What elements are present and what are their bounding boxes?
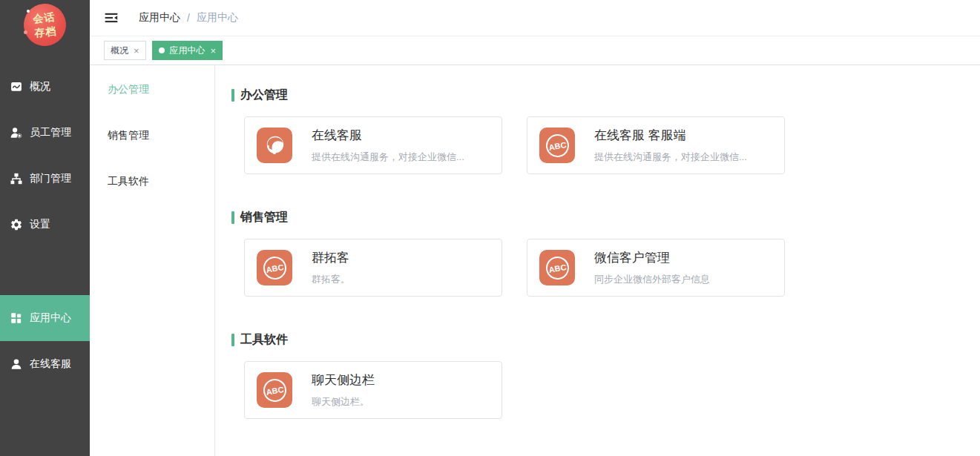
section-title-text: 工具软件 [240,332,288,348]
app-description: 群拓客。 [312,273,350,286]
sidebar-item-label: 在线客服 [30,357,71,371]
submenu-item-label: 办公管理 [108,83,149,96]
breadcrumb-level1[interactable]: 应用中心 [139,11,180,24]
app-name: 微信客户管理 [594,249,710,266]
apps-grid-icon [10,311,23,325]
sidebar-item-label: 员工管理 [30,126,71,139]
card-text: 聊天侧边栏 聊天侧边栏。 [312,371,375,409]
breadcrumb-level2: 应用中心 [197,11,238,24]
section-title-text: 销售管理 [240,210,288,225]
app-card-chat-sidebar[interactable]: ABC 聊天侧边栏 聊天侧边栏。 [244,361,502,419]
tab-label: 应用中心 [170,44,205,57]
tab-close-icon[interactable]: × [134,46,139,56]
submenu-item-office[interactable]: 办公管理 [90,67,214,113]
logo-circle: 会话 存档 [22,1,68,48]
app-card-online-service-agent[interactable]: ABC 在线客服 客服端 提供在线沟通服务，对接企业微信... [527,116,785,174]
section-sales: 销售管理 ABC 群拓客 群拓客。 [231,210,965,297]
abc-badge-icon: ABC [539,128,575,163]
card-text: 微信客户管理 同步企业微信外部客户信息 [594,249,710,286]
section-title: 销售管理 [231,210,965,225]
tab-close-icon[interactable]: × [211,46,217,56]
section-accent-bar [231,334,234,346]
sidebar: 会话 存档 概况 [0,0,90,456]
tab-overview[interactable]: 概况 × [104,41,146,60]
sidebar-collapse-button[interactable] [90,10,129,25]
app-name: 在线客服 客服端 [594,127,747,144]
section-title-text: 办公管理 [240,87,288,103]
sidebar-spacer [0,248,90,295]
top-navbar: 应用中心 / 应用中心 [90,0,980,36]
sidebar-item-settings[interactable]: 设置 [0,202,90,248]
main-column: 应用中心 / 应用中心 概况 × 应用中心 × 办公管理 [90,0,980,456]
card-row: ABC 群拓客 群拓客。 ABC 微信客 [244,239,965,297]
app-logo: 会话 存档 [0,0,90,64]
breadcrumb: 应用中心 / 应用中心 [139,11,238,24]
card-row: ABC 聊天侧边栏 聊天侧边栏。 [244,361,965,419]
app-description: 提供在线沟通服务，对接企业微信... [594,151,747,164]
app-card-group-customer[interactable]: ABC 群拓客 群拓客。 [244,239,502,297]
logo-sparkle-dot [24,30,27,34]
employee-icon [10,126,23,139]
logo-text-line2: 存档 [34,24,58,39]
submenu-item-label: 销售管理 [108,129,149,142]
tab-label: 概况 [111,44,128,57]
card-text: 群拓客 群拓客。 [312,249,350,286]
app-center-content: 办公管理 [215,65,980,456]
sidebar-item-label: 设置 [30,218,50,231]
tab-app-center[interactable]: 应用中心 × [152,41,223,60]
settings-gear-icon [10,218,23,231]
section-tools: 工具软件 ABC 聊天侧边栏 聊天侧边栏。 [231,332,965,419]
sidebar-item-online-service[interactable]: 在线客服 [0,341,90,387]
sidebar-item-label: 部门管理 [30,172,71,185]
sidebar-item-label: 应用中心 [30,311,71,325]
app-card-wechat-customer[interactable]: ABC 微信客户管理 同步企业微信外部客户信息 [527,239,785,297]
breadcrumb-separator: / [187,12,190,24]
app-root: 会话 存档 概况 [0,0,980,456]
headset-agent-icon [257,128,292,163]
app-name: 聊天侧边栏 [312,371,375,389]
section-accent-bar [231,89,234,102]
card-text: 在线客服 提供在线沟通服务，对接企业微信... [312,127,464,164]
app-name: 群拓客 [312,249,350,266]
section-accent-bar [231,211,234,224]
app-description: 提供在线沟通服务，对接企业微信... [312,151,464,164]
abc-badge-icon: ABC [257,372,292,408]
card-text: 在线客服 客服端 提供在线沟通服务，对接企业微信... [594,127,747,164]
sidebar-item-employees[interactable]: 员工管理 [0,110,90,156]
submenu-item-sales[interactable]: 销售管理 [90,113,214,159]
active-tab-dot [159,47,165,53]
abc-badge-icon: ABC [257,250,292,285]
section-title: 办公管理 [231,87,965,103]
app-name: 在线客服 [312,127,464,144]
tabs-bar: 概况 × 应用中心 × [90,36,980,65]
department-icon [10,172,23,185]
agent-person-icon [10,357,23,371]
app-description: 聊天侧边栏。 [312,395,375,409]
sidebar-item-app-center[interactable]: 应用中心 [0,295,90,341]
section-title: 工具软件 [231,332,965,348]
content-row: 办公管理 销售管理 工具软件 办公管理 [90,65,980,456]
abc-badge-icon: ABC [539,250,575,285]
section-office: 办公管理 [231,87,965,174]
dashboard-icon [10,80,23,93]
submenu-item-label: 工具软件 [108,175,149,188]
app-description: 同步企业微信外部客户信息 [594,273,710,286]
app-card-online-service[interactable]: 在线客服 提供在线沟通服务，对接企业微信... [244,116,502,174]
sidebar-item-overview[interactable]: 概况 [0,64,90,110]
submenu-item-tools[interactable]: 工具软件 [90,159,214,205]
hamburger-icon [104,10,119,25]
logo-sparkle-dot [27,10,30,13]
sidebar-item-departments[interactable]: 部门管理 [0,156,90,202]
sidebar-item-label: 概况 [30,80,50,93]
secondary-sidebar: 办公管理 销售管理 工具软件 [90,65,215,456]
card-row: 在线客服 提供在线沟通服务，对接企业微信... ABC 在线客服 客服端 提供在… [244,116,965,174]
